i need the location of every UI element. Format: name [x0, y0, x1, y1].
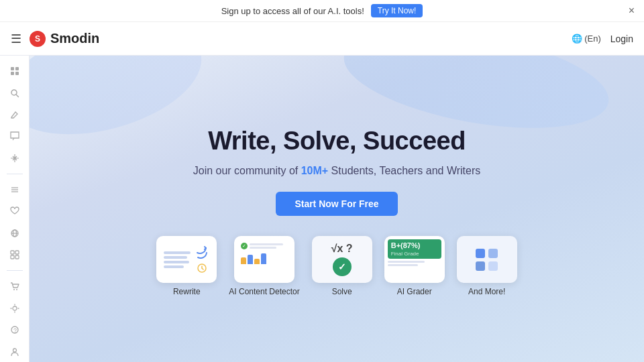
sidebar-icon-sparkle[interactable]: [4, 149, 25, 167]
sidebar-icon-globe[interactable]: [4, 225, 25, 242]
bg-shape-1: [30, 56, 213, 154]
rewrite-refresh-icon: [195, 245, 209, 260]
sidebar-icon-cart[interactable]: [4, 278, 25, 295]
more-inner: [470, 243, 503, 276]
sidebar-icon-list[interactable]: [4, 181, 25, 198]
navbar-right: 🌐 (En) Login: [572, 34, 633, 44]
rline-3: [164, 261, 189, 263]
start-now-button[interactable]: Start Now For Free: [276, 192, 397, 216]
more-dot-2: [488, 249, 498, 258]
sidebar-icon-help[interactable]: ?: [4, 321, 25, 339]
solve-formula: √x ?: [331, 243, 353, 255]
hero-section: Write, Solve, Succeed Join our community…: [193, 127, 481, 216]
clock-icon: [197, 263, 207, 274]
more-card: [457, 236, 517, 283]
feature-ai-grader[interactable]: B+(87%) Final Grade AI Grader: [384, 236, 445, 296]
svg-point-21: [13, 349, 16, 352]
grader-inner: B+(87%) Final Grade: [388, 239, 441, 280]
feature-rewrite[interactable]: Rewrite: [156, 236, 217, 296]
navbar: ☰ S Smodin 🌐 (En) Login: [0, 22, 644, 56]
login-button[interactable]: Login: [610, 34, 633, 44]
more-dot-4: [488, 261, 498, 271]
rline-1: [164, 251, 191, 254]
gline-2: [388, 264, 418, 266]
sidebar-icon-grid[interactable]: [4, 246, 25, 263]
solve-inner: √x ? ✓: [331, 243, 353, 276]
sidebar-icon-user[interactable]: [4, 343, 25, 361]
rewrite-label: Rewrite: [173, 287, 201, 296]
svg-rect-1: [15, 67, 19, 70]
feature-ai-detector[interactable]: ✓ AI Cont: [229, 236, 299, 296]
svg-line-5: [16, 95, 18, 97]
hero-title: Write, Solve, Succeed: [193, 127, 481, 156]
gline-1: [388, 261, 425, 263]
navbar-left: ☰ S Smodin: [11, 31, 99, 47]
announcement-text: Sign up to access all of our A.I. tools!: [221, 6, 364, 16]
logo[interactable]: S Smodin: [30, 31, 99, 47]
svg-rect-3: [15, 72, 19, 75]
svg-line-24: [202, 268, 203, 269]
hamburger-icon[interactable]: ☰: [11, 32, 21, 46]
detector-card: ✓: [234, 236, 294, 283]
svg-point-16: [13, 289, 15, 290]
sidebar-icon-ai[interactable]: [4, 300, 25, 317]
content-area: Write, Solve, Succeed Join our community…: [30, 56, 644, 362]
rewrite-lines: [164, 251, 191, 268]
rewrite-icon-area: [195, 245, 209, 274]
rline-2: [164, 256, 187, 259]
sidebar-icon-heart[interactable]: [4, 202, 25, 220]
svg-rect-13: [15, 251, 19, 254]
sidebar-icon-pen[interactable]: [4, 106, 25, 123]
dline-1: [250, 243, 283, 245]
svg-text:?: ?: [13, 327, 17, 334]
solve-label: Solve: [332, 287, 352, 296]
feature-and-more[interactable]: And More!: [457, 236, 517, 296]
det-bar-2: [248, 255, 253, 264]
grader-label: AI Grader: [397, 287, 432, 296]
hero-subtitle: Join our community of 10M+ Students, Tea…: [193, 165, 481, 177]
language-button[interactable]: 🌐 (En): [572, 34, 601, 44]
rline-4: [164, 265, 184, 268]
solve-card: √x ? ✓: [312, 236, 372, 283]
det-lines: [250, 243, 288, 249]
more-dot-3: [476, 261, 485, 271]
detector-label: AI Content Detector: [229, 287, 299, 296]
grader-card: B+(87%) Final Grade: [384, 236, 445, 283]
more-dot-1: [476, 249, 485, 258]
feature-solve[interactable]: √x ? ✓ Solve: [312, 236, 372, 296]
svg-rect-2: [11, 72, 14, 75]
grader-lines: [388, 261, 441, 266]
hero-accent: 10M+: [301, 165, 328, 176]
sidebar-icon-search[interactable]: [4, 84, 25, 101]
detector-inner: ✓: [238, 240, 290, 279]
sidebar-icon-home[interactable]: [4, 62, 25, 80]
svg-rect-14: [11, 255, 14, 259]
det-bar-1: [241, 257, 246, 264]
det-bar-4: [261, 253, 266, 264]
sidebar: ?: [0, 56, 30, 362]
solve-badge: ✓: [333, 257, 352, 276]
announcement-bar: Sign up to access all of our A.I. tools!…: [0, 0, 644, 22]
det-check-mark: ✓: [241, 243, 248, 249]
logo-icon: S: [30, 31, 46, 47]
grader-score: B+(87%) Final Grade: [388, 239, 441, 259]
det-bar-3: [254, 259, 260, 264]
dline-2: [250, 247, 276, 249]
sidebar-divider-2: [7, 270, 23, 271]
det-check: ✓: [241, 243, 288, 249]
sidebar-icon-chat[interactable]: [4, 127, 25, 145]
try-now-button[interactable]: Try It Now!: [371, 4, 423, 17]
sidebar-divider-1: [7, 174, 23, 174]
grader-score-num: B+(87%): [391, 241, 438, 249]
svg-rect-12: [11, 251, 14, 254]
det-bar-area: [241, 252, 288, 264]
svg-rect-15: [15, 255, 19, 259]
close-announcement-button[interactable]: ×: [629, 5, 635, 16]
svg-rect-0: [11, 67, 14, 70]
rewrite-card: [156, 236, 217, 283]
main-layout: ? Write, Solve, Succeed Join our communi…: [0, 56, 644, 362]
logo-text: Smodin: [50, 31, 99, 46]
svg-point-17: [16, 289, 17, 290]
and-more-label: And More!: [468, 287, 505, 296]
svg-point-4: [11, 90, 17, 95]
